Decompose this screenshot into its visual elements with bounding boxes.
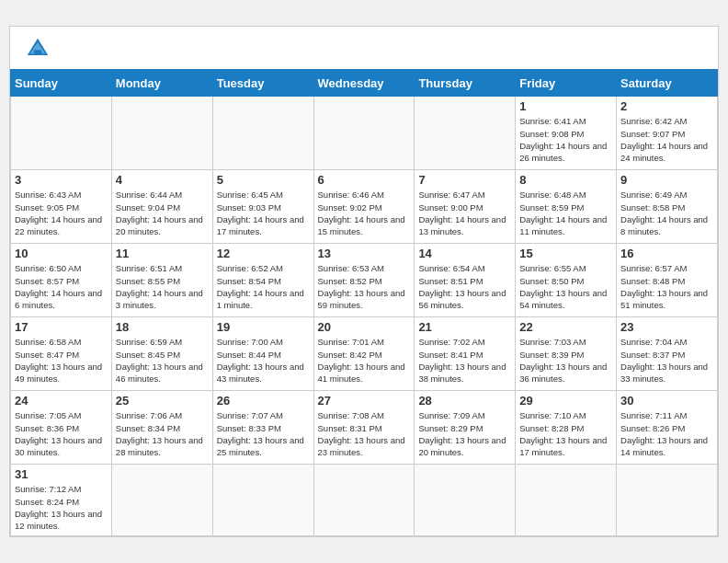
day-cell (415, 97, 516, 170)
day-cell: 25Sunrise: 7:06 AM Sunset: 8:34 PM Dayli… (111, 391, 212, 465)
day-number: 25 (116, 394, 209, 408)
day-number: 21 (418, 320, 511, 334)
day-info: Sunrise: 7:08 AM Sunset: 8:31 PM Dayligh… (318, 409, 411, 458)
day-cell (313, 97, 415, 170)
day-info: Sunrise: 6:47 AM Sunset: 9:00 PM Dayligh… (418, 189, 511, 237)
day-info: Sunrise: 7:11 AM Sunset: 8:26 PM Dayligh… (620, 409, 713, 458)
day-info: Sunrise: 6:55 AM Sunset: 8:50 PM Dayligh… (519, 262, 612, 311)
day-number: 26 (217, 394, 310, 408)
calendar-container: SundayMondayTuesdayWednesdayThursdayFrid… (9, 26, 719, 536)
weekday-header-tuesday: Tuesday (212, 70, 313, 97)
day-cell (212, 97, 313, 170)
day-cell (516, 465, 617, 535)
day-cell: 15Sunrise: 6:55 AM Sunset: 8:50 PM Dayli… (516, 244, 617, 317)
day-number: 31 (15, 467, 108, 481)
day-cell: 29Sunrise: 7:10 AM Sunset: 8:28 PM Dayli… (516, 391, 617, 465)
day-number: 7 (418, 173, 511, 187)
day-cell: 24Sunrise: 7:05 AM Sunset: 8:36 PM Dayli… (11, 391, 112, 465)
day-cell: 31Sunrise: 7:12 AM Sunset: 8:24 PM Dayli… (11, 465, 112, 535)
logo-icon (25, 36, 51, 62)
day-cell: 26Sunrise: 7:07 AM Sunset: 8:33 PM Dayli… (212, 391, 313, 465)
calendar-grid: SundayMondayTuesdayWednesdayThursdayFrid… (10, 69, 718, 535)
day-cell: 8Sunrise: 6:48 AM Sunset: 8:59 PM Daylig… (516, 170, 617, 244)
day-info: Sunrise: 7:02 AM Sunset: 8:41 PM Dayligh… (418, 336, 511, 385)
day-info: Sunrise: 6:45 AM Sunset: 9:03 PM Dayligh… (217, 189, 310, 237)
day-number: 2 (620, 99, 713, 113)
day-cell: 2Sunrise: 6:42 AM Sunset: 9:07 PM Daylig… (617, 97, 718, 170)
day-number: 29 (519, 394, 612, 408)
day-info: Sunrise: 6:52 AM Sunset: 8:54 PM Dayligh… (217, 262, 310, 311)
day-cell: 20Sunrise: 7:01 AM Sunset: 8:42 PM Dayli… (313, 317, 415, 391)
day-cell: 18Sunrise: 6:59 AM Sunset: 8:45 PM Dayli… (111, 317, 212, 391)
day-number: 17 (15, 320, 108, 334)
day-number: 12 (217, 247, 310, 260)
logo (25, 36, 54, 62)
day-info: Sunrise: 7:12 AM Sunset: 8:24 PM Dayligh… (15, 483, 108, 532)
day-cell: 13Sunrise: 6:53 AM Sunset: 8:52 PM Dayli… (313, 244, 415, 317)
day-cell: 21Sunrise: 7:02 AM Sunset: 8:41 PM Dayli… (415, 317, 516, 391)
week-row-2: 10Sunrise: 6:50 AM Sunset: 8:57 PM Dayli… (11, 244, 718, 317)
day-cell: 14Sunrise: 6:54 AM Sunset: 8:51 PM Dayli… (415, 244, 516, 317)
day-cell: 27Sunrise: 7:08 AM Sunset: 8:31 PM Dayli… (313, 391, 415, 465)
day-info: Sunrise: 6:59 AM Sunset: 8:45 PM Dayligh… (116, 336, 209, 385)
day-cell: 9Sunrise: 6:49 AM Sunset: 8:58 PM Daylig… (617, 170, 718, 244)
day-number: 10 (15, 247, 108, 260)
calendar-header (10, 27, 718, 69)
day-cell (212, 465, 313, 535)
day-info: Sunrise: 7:04 AM Sunset: 8:37 PM Dayligh… (620, 336, 713, 385)
day-info: Sunrise: 7:09 AM Sunset: 8:29 PM Dayligh… (418, 409, 511, 458)
day-cell: 19Sunrise: 7:00 AM Sunset: 8:44 PM Dayli… (212, 317, 313, 391)
day-info: Sunrise: 7:05 AM Sunset: 8:36 PM Dayligh… (15, 409, 108, 458)
day-info: Sunrise: 7:01 AM Sunset: 8:42 PM Dayligh… (318, 336, 411, 385)
day-cell: 3Sunrise: 6:43 AM Sunset: 9:05 PM Daylig… (11, 170, 112, 244)
day-number: 14 (418, 247, 511, 260)
day-cell: 17Sunrise: 6:58 AM Sunset: 8:47 PM Dayli… (11, 317, 112, 391)
day-info: Sunrise: 6:44 AM Sunset: 9:04 PM Dayligh… (116, 189, 209, 237)
weekday-header-sunday: Sunday (11, 70, 112, 97)
day-number: 16 (620, 247, 713, 260)
week-row-3: 17Sunrise: 6:58 AM Sunset: 8:47 PM Dayli… (11, 317, 718, 391)
day-cell: 6Sunrise: 6:46 AM Sunset: 9:02 PM Daylig… (313, 170, 415, 244)
day-number: 15 (519, 247, 612, 260)
day-cell: 1Sunrise: 6:41 AM Sunset: 9:08 PM Daylig… (516, 97, 617, 170)
day-number: 28 (418, 394, 511, 408)
day-number: 20 (318, 320, 411, 334)
day-cell (11, 97, 112, 170)
day-cell (313, 465, 415, 535)
day-cell: 11Sunrise: 6:51 AM Sunset: 8:55 PM Dayli… (111, 244, 212, 317)
day-number: 11 (116, 247, 209, 260)
day-info: Sunrise: 6:57 AM Sunset: 8:48 PM Dayligh… (620, 262, 713, 311)
day-info: Sunrise: 6:50 AM Sunset: 8:57 PM Dayligh… (15, 262, 108, 311)
day-cell (111, 465, 212, 535)
day-info: Sunrise: 6:43 AM Sunset: 9:05 PM Dayligh… (15, 189, 108, 237)
day-info: Sunrise: 6:58 AM Sunset: 8:47 PM Dayligh… (15, 336, 108, 385)
day-number: 8 (519, 173, 612, 187)
day-cell: 28Sunrise: 7:09 AM Sunset: 8:29 PM Dayli… (415, 391, 516, 465)
week-row-4: 24Sunrise: 7:05 AM Sunset: 8:36 PM Dayli… (11, 391, 718, 465)
day-number: 22 (519, 320, 612, 334)
day-number: 6 (318, 173, 411, 187)
weekday-header-saturday: Saturday (617, 70, 718, 97)
day-info: Sunrise: 6:53 AM Sunset: 8:52 PM Dayligh… (318, 262, 411, 311)
day-number: 5 (217, 173, 310, 187)
day-cell: 16Sunrise: 6:57 AM Sunset: 8:48 PM Dayli… (617, 244, 718, 317)
day-cell: 7Sunrise: 6:47 AM Sunset: 9:00 PM Daylig… (415, 170, 516, 244)
day-info: Sunrise: 7:03 AM Sunset: 8:39 PM Dayligh… (519, 336, 612, 385)
day-number: 1 (519, 99, 612, 113)
day-number: 4 (116, 173, 209, 187)
day-cell: 22Sunrise: 7:03 AM Sunset: 8:39 PM Dayli… (516, 317, 617, 391)
weekday-header-friday: Friday (516, 70, 617, 97)
day-cell: 23Sunrise: 7:04 AM Sunset: 8:37 PM Dayli… (617, 317, 718, 391)
day-info: Sunrise: 6:49 AM Sunset: 8:58 PM Dayligh… (620, 189, 713, 237)
day-info: Sunrise: 7:10 AM Sunset: 8:28 PM Dayligh… (519, 409, 612, 458)
day-cell: 5Sunrise: 6:45 AM Sunset: 9:03 PM Daylig… (212, 170, 313, 244)
day-cell: 10Sunrise: 6:50 AM Sunset: 8:57 PM Dayli… (11, 244, 112, 317)
day-number: 9 (620, 173, 713, 187)
day-number: 30 (620, 394, 713, 408)
week-row-0: 1Sunrise: 6:41 AM Sunset: 9:08 PM Daylig… (11, 97, 718, 170)
day-cell: 4Sunrise: 6:44 AM Sunset: 9:04 PM Daylig… (111, 170, 212, 244)
weekday-header-wednesday: Wednesday (313, 70, 415, 97)
weekday-header-row: SundayMondayTuesdayWednesdayThursdayFrid… (11, 70, 718, 97)
day-info: Sunrise: 7:06 AM Sunset: 8:34 PM Dayligh… (116, 409, 209, 458)
weekday-header-thursday: Thursday (415, 70, 516, 97)
